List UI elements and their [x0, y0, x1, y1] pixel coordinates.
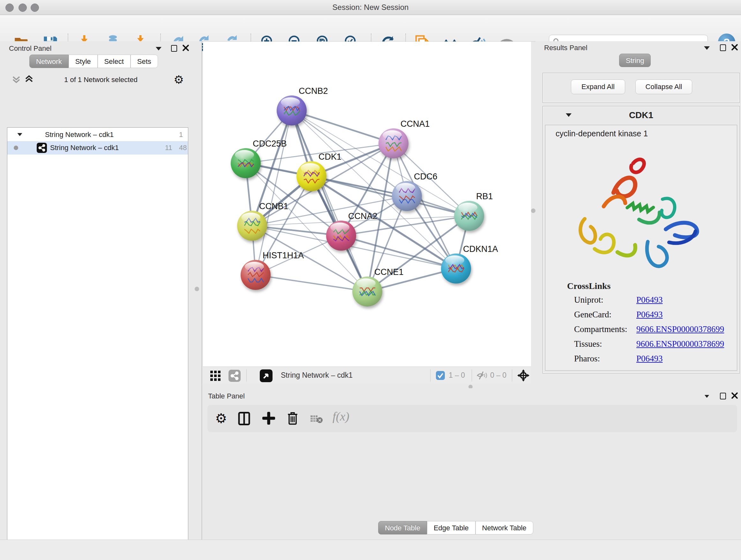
tab-network[interactable]: Network	[29, 55, 69, 68]
table-panel: Table Panel ⚙ f(x) shared namenamecanoni…	[203, 388, 741, 540]
tab-edge-table[interactable]: Edge Table	[427, 521, 475, 535]
results-panel-menu-icon[interactable]	[704, 46, 710, 50]
add-column-icon[interactable]	[262, 412, 275, 425]
right-splitter-handle[interactable]	[531, 208, 536, 213]
crosslink-value-link[interactable]: 9606.ENSP00000378699	[636, 324, 724, 334]
network-collection-label: String Network – cdk1	[45, 131, 114, 139]
network-collection-count: 1	[179, 131, 183, 139]
node-CDK1[interactable]: CDK1	[296, 152, 341, 191]
node-label-CCNE1: CCNE1	[374, 267, 404, 277]
crosslink-row: Pharos:P06493	[574, 354, 734, 368]
edge-CCNB2-CCNA1[interactable]	[292, 111, 394, 143]
crosslink-label: Pharos:	[574, 354, 636, 364]
fit-content-crosshair-icon[interactable]	[517, 369, 530, 382]
tree-collapse-icon[interactable]	[17, 133, 22, 136]
network-current-dot	[14, 145, 18, 150]
gene-section-header[interactable]: CDK1	[543, 106, 739, 124]
hidden-eye-slash-icon	[477, 371, 488, 380]
node-label-HIST1H1A: HIST1H1A	[263, 251, 304, 260]
table-toolbar: ⚙ f(x)	[207, 405, 737, 432]
tab-node-table[interactable]: Node Table	[378, 521, 427, 535]
crosslinks-list: Uniprot:P06493GeneCard:P06493Compartment…	[574, 295, 734, 368]
node-label-CDKN1A: CDKN1A	[463, 244, 498, 254]
delete-column-icon[interactable]	[286, 411, 299, 425]
gene-description: cyclin-dependent kinase 1	[556, 129, 648, 138]
network-canvas[interactable]: CCNB2CCNA1CDC25BCDK1CDC6RB1CCNB1CCNA2CDK…	[203, 42, 531, 367]
window-title: Session: New Session	[0, 0, 741, 15]
node-label-CCNB1: CCNB1	[259, 201, 288, 211]
function-builder-icon[interactable]: f(x)	[333, 409, 349, 423]
network-selection-status: 1 of 1 Network selected	[0, 76, 202, 84]
selected-count-label: 1 – 0	[449, 371, 465, 380]
expand-all-button[interactable]: Expand All	[571, 79, 625, 94]
table-panel-close-icon[interactable]	[731, 392, 738, 399]
hidden-count-label: 0 – 0	[490, 371, 507, 380]
node-label-CCNB2: CCNB2	[299, 86, 328, 96]
results-tab-string[interactable]: String	[619, 54, 651, 67]
network-share-view-icon[interactable]	[228, 370, 241, 382]
protein-structure-image	[564, 144, 705, 284]
string-app-icon	[37, 143, 47, 153]
main-toolbar: ?	[0, 15, 741, 42]
control-panel-float-icon[interactable]	[171, 45, 177, 52]
node-HIST1H1A[interactable]: HIST1H1A	[241, 251, 304, 290]
network-tree-row-selected[interactable]: String Network – cdk1 11 48	[7, 141, 188, 154]
gene-section: CDK1 cyclin-dependent kinase 1 CrossLink…	[542, 106, 740, 374]
network-options-gear-icon[interactable]: ⚙	[174, 73, 184, 86]
collapse-all-button[interactable]: Collapse All	[635, 79, 692, 94]
control-panel-close-icon[interactable]	[183, 45, 189, 51]
title-bar: Session: New Session	[0, 0, 741, 15]
crosslink-row: GeneCard:P06493	[574, 310, 734, 324]
crosslink-value-link[interactable]: P06493	[636, 354, 663, 364]
control-panel-title: Control Panel	[9, 44, 51, 53]
netbar-separator	[512, 369, 512, 381]
node-CDKN1A[interactable]: CDKN1A	[441, 244, 498, 284]
gene-detail-box: cyclin-dependent kinase 1 CrossLinks Uni…	[545, 125, 737, 371]
crosslink-label: Compartments:	[574, 324, 636, 334]
control-panel-menu-icon[interactable]	[156, 47, 161, 51]
results-panel-title: Results Panel	[544, 44, 588, 52]
tab-style[interactable]: Style	[69, 55, 98, 68]
table-tabs: Node TableEdge TableNetwork Table	[378, 521, 533, 535]
tab-select[interactable]: Select	[98, 55, 131, 68]
results-panel: Results Panel String Expand All Collapse…	[536, 41, 741, 385]
node-CDC6[interactable]: CDC6	[392, 172, 437, 211]
gene-name: CDK1	[543, 110, 739, 120]
node-RB1[interactable]: RB1	[454, 192, 493, 231]
network-tree-collection-row[interactable]: String Network – cdk1 1	[7, 129, 188, 140]
edge-HIST1H1A-CCNE1[interactable]	[256, 275, 367, 292]
node-CCNB1[interactable]: CCNB1	[237, 201, 288, 241]
node-CCNA1[interactable]: CCNA1	[379, 119, 430, 159]
results-buttons-box: Expand All Collapse All	[542, 73, 740, 103]
table-panel-menu-icon[interactable]	[704, 395, 709, 398]
tab-sets[interactable]: Sets	[131, 55, 158, 68]
left-splitter-handle[interactable]	[195, 287, 199, 291]
birdseye-view-icon[interactable]	[260, 369, 273, 382]
network-view-title: String Network – cdk1	[281, 371, 353, 380]
delete-table-icon[interactable]	[310, 415, 323, 423]
node-label-CDK1: CDK1	[319, 152, 341, 162]
edge-CCNB2-CCNE1[interactable]	[292, 111, 367, 292]
grid-view-icon[interactable]	[210, 370, 221, 381]
table-panel-float-icon[interactable]	[720, 393, 726, 399]
network-graph[interactable]: CCNB2CCNA1CDC25BCDK1CDC6RB1CCNB1CCNA2CDK…	[203, 42, 531, 367]
crosslink-value-link[interactable]: 9606.ENSP00000378699	[636, 339, 724, 349]
netbar-separator	[246, 369, 247, 381]
node-label-CCNA1: CCNA1	[401, 119, 430, 129]
table-settings-gear-icon[interactable]: ⚙	[215, 411, 227, 426]
control-panel-tabs: NetworkStyleSelectSets	[29, 55, 158, 68]
control-panel: Control Panel NetworkStyleSelectSets 1 o…	[0, 41, 202, 540]
selected-checkbox-icon[interactable]	[436, 371, 445, 380]
crosslink-value-link[interactable]: P06493	[636, 295, 663, 305]
network-node-count: 11	[165, 144, 172, 152]
network-view-toolbar: String Network – cdk1 1 – 0 0 – 0	[203, 367, 531, 384]
node-label-RB1: RB1	[476, 192, 493, 201]
crosslink-value-link[interactable]: P06493	[636, 310, 663, 320]
crosslink-label: Tissues:	[574, 339, 636, 349]
results-panel-close-icon[interactable]	[731, 44, 738, 51]
show-columns-icon[interactable]	[238, 412, 250, 425]
tab-network-table[interactable]: Network Table	[475, 521, 533, 535]
node-label-CCNA2: CCNA2	[348, 211, 378, 221]
results-panel-float-icon[interactable]	[720, 44, 726, 51]
netbar-separator	[430, 369, 430, 381]
